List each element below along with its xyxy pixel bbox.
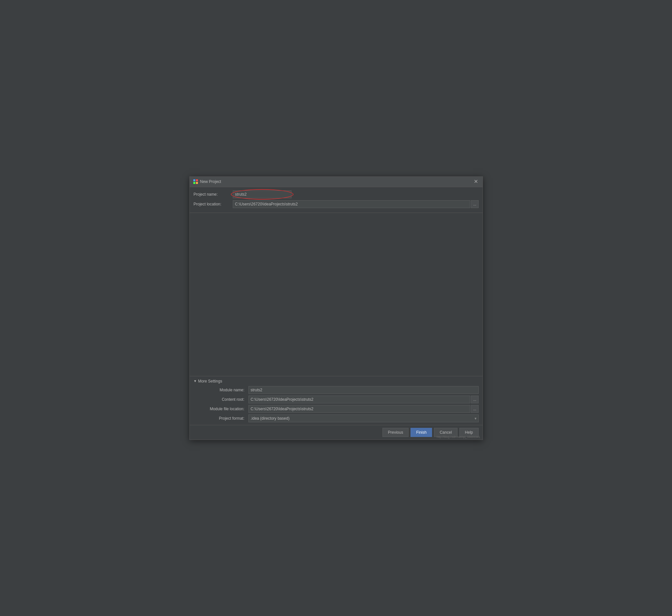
more-settings-label: More Settings bbox=[198, 379, 222, 383]
module-name-label: Module name: bbox=[194, 388, 246, 392]
module-name-input[interactable] bbox=[248, 386, 479, 394]
content-root-label: Content root: bbox=[194, 397, 246, 402]
module-file-location-label: Module file location: bbox=[194, 407, 246, 411]
more-settings-section: ▼ More Settings Module name: Content roo… bbox=[190, 376, 483, 425]
project-name-row: Project name: bbox=[194, 190, 479, 198]
content-root-input[interactable] bbox=[248, 396, 470, 403]
project-name-input[interactable] bbox=[233, 190, 291, 198]
svg-rect-1 bbox=[196, 179, 198, 181]
project-location-row: Project location: ... bbox=[194, 200, 479, 208]
settings-grid: Module name: Content root: ... Module fi… bbox=[194, 386, 479, 422]
project-location-input[interactable] bbox=[233, 200, 470, 208]
project-name-label: Project name: bbox=[194, 192, 233, 197]
previous-button[interactable]: Previous bbox=[382, 428, 409, 437]
title-bar-left: New Project bbox=[193, 179, 221, 184]
module-name-row bbox=[248, 386, 479, 394]
project-format-row: .idea (directory based) ▼ bbox=[248, 414, 479, 422]
chevron-down-icon: ▼ bbox=[194, 379, 197, 383]
close-button[interactable]: ✕ bbox=[472, 178, 479, 185]
content-root-row: ... bbox=[248, 396, 479, 403]
finish-button[interactable]: Finish bbox=[411, 428, 432, 437]
more-settings-header[interactable]: ▼ More Settings bbox=[194, 379, 479, 383]
app-icon bbox=[193, 179, 198, 184]
project-format-dropdown[interactable]: .idea (directory based) bbox=[248, 414, 479, 422]
module-file-location-browse-button[interactable]: ... bbox=[471, 405, 478, 413]
project-location-label: Project location: bbox=[194, 202, 233, 206]
svg-rect-2 bbox=[193, 182, 195, 184]
browse-button[interactable]: ... bbox=[471, 200, 478, 208]
module-file-location-input[interactable] bbox=[248, 405, 470, 413]
project-name-wrapper bbox=[233, 190, 291, 198]
new-project-dialog: New Project ✕ Project name: Project loca… bbox=[189, 176, 483, 440]
main-content-area bbox=[190, 213, 483, 376]
svg-rect-0 bbox=[193, 179, 195, 181]
svg-rect-3 bbox=[196, 182, 198, 184]
title-bar: New Project ✕ bbox=[190, 177, 483, 187]
form-area: Project name: Project location: ... bbox=[190, 187, 483, 213]
content-root-browse-button[interactable]: ... bbox=[471, 396, 478, 403]
module-file-location-row: ... bbox=[248, 405, 479, 413]
project-format-label: Project format: bbox=[194, 416, 246, 421]
dialog-title: New Project bbox=[200, 179, 221, 184]
watermark-text: http://blog.csdn.net/qq_16603341 bbox=[437, 435, 480, 439]
